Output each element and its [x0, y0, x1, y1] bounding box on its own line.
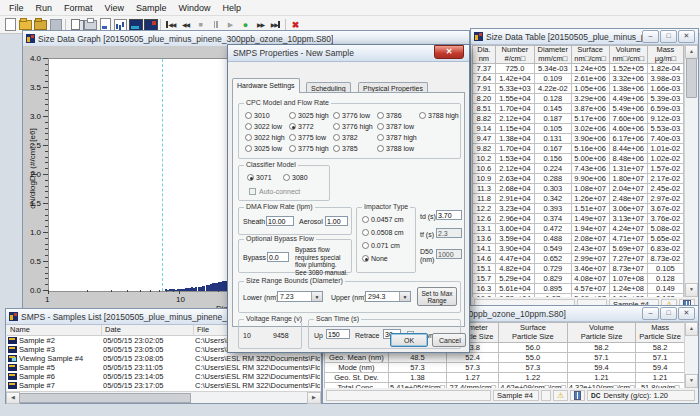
- sample-list-item[interactable]: Sample #605/05/15 23:14:05C:\Users\ESL R…: [7, 372, 320, 381]
- scroll-down-icon[interactable]: ▼: [685, 283, 698, 297]
- stats-row[interactable]: Geo. Mean (nm)48.552.455.057.157.1: [325, 353, 685, 363]
- cpc-option-3785[interactable]: 3785: [333, 145, 358, 152]
- minimize-icon[interactable]: –: [642, 30, 659, 43]
- ok-button[interactable]: OK: [390, 333, 428, 347]
- restore-icon[interactable]: □: [660, 30, 677, 43]
- menu-file[interactable]: File: [3, 2, 30, 14]
- scrollbar-thumb[interactable]: [19, 393, 191, 403]
- cpc-option-3776-low[interactable]: 3776 low: [333, 112, 370, 119]
- cpc-option-3010[interactable]: 3010: [245, 112, 270, 119]
- table-row[interactable]: 12.62.96e+040.3741.49e+073.13e+073.76e-0…: [473, 214, 684, 224]
- scroll-right-icon[interactable]: ▶: [307, 392, 321, 404]
- table-row[interactable]: 7.37725.05.34e-031.24e+051.52e+051.82e-0…: [473, 64, 684, 74]
- tab-hardware-settings[interactable]: Hardware Settings: [232, 78, 300, 93]
- cpc-option-3775-low[interactable]: 3775 low: [289, 134, 326, 141]
- table-row[interactable]: 15.75.29e+040.8294.08e+071.07e+080.128: [473, 274, 684, 284]
- tf-field[interactable]: [436, 228, 462, 238]
- table-row[interactable]: 10.92.63e+040.2889.90e+061.80e+072.17e-0…: [473, 174, 684, 184]
- size-data-table[interactable]: Dia.nmNumber#/cm□Diametermm/cm□Surfacenm…: [472, 45, 684, 297]
- table-row[interactable]: 9.141.15e+040.1053.02e+064.60e+065.53e-0…: [473, 124, 684, 134]
- menu-view[interactable]: View: [99, 2, 130, 14]
- scrollbar-thumb[interactable]: [686, 58, 697, 98]
- table-row[interactable]: 14.13.90e+040.5492.43e+075.69e+076.83e-0…: [473, 244, 684, 254]
- menu-format[interactable]: Format: [58, 2, 99, 14]
- aerosol-flow-field[interactable]: [325, 216, 348, 226]
- td-field[interactable]: [436, 210, 462, 220]
- stats-row[interactable]: Mode (nm)57.357.357.359.459.4: [325, 363, 685, 373]
- table-row[interactable]: 13.13.60e+040.4721.94e+074.24e+075.08e-0…: [473, 224, 684, 234]
- impactor-option-0-0457-cm[interactable]: 0.0457 cm: [362, 216, 404, 223]
- table-row[interactable]: 10.21.53e+040.1565.00e+068.48e+061.02e-0…: [473, 154, 684, 164]
- dialog-titlebar[interactable]: SMPS Properties - New Sample ✕: [228, 45, 469, 62]
- cpc-option-3788-high[interactable]: 3788 high: [419, 112, 459, 119]
- cpc-option-3782[interactable]: 3782: [333, 134, 358, 141]
- table-row[interactable]: 9.471.38e+040.1313.90e+066.17e+067.40e-0…: [473, 134, 684, 144]
- cpc-option-3787-high[interactable]: 3787 high: [377, 134, 417, 141]
- scroll-up-icon[interactable]: ▲: [685, 322, 698, 336]
- table-row[interactable]: 15.14.82e+040.7293.46e+078.73e+070.105: [473, 264, 684, 274]
- stats-vertical-scrollbar[interactable]: ▲ ▼: [684, 322, 698, 388]
- column-header[interactable]: Dia.nm: [473, 46, 496, 64]
- column-header[interactable]: VolumeParticle Size: [567, 323, 636, 343]
- set-max-range-button[interactable]: Set to Max Range: [417, 287, 457, 306]
- close-icon[interactable]: ✕: [678, 307, 695, 320]
- table-row[interactable]: 16.86.38e+041.075.69e+071.60e+080.192: [473, 294, 684, 298]
- menu-sample[interactable]: Sample: [130, 2, 173, 14]
- cpc-option-3775-high[interactable]: 3775 high: [289, 145, 329, 152]
- cpc-option-3787-low[interactable]: 3787 low: [377, 123, 414, 130]
- new-document-icon[interactable]: [3, 18, 18, 31]
- cpc-option-3772[interactable]: 3772: [289, 123, 314, 130]
- column-header[interactable]: MassParticle Size: [636, 323, 685, 343]
- cpc-option-3776-high[interactable]: 3776 high: [333, 123, 373, 130]
- minimize-icon[interactable]: –: [642, 307, 659, 320]
- impactor-option-0-071-cm[interactable]: 0.071 cm: [362, 242, 400, 249]
- menu-run[interactable]: Run: [30, 2, 59, 14]
- sample-list-item[interactable]: Sample #705/05/15 23:17:05C:\Users\ESL R…: [7, 381, 320, 390]
- scroll-left-icon[interactable]: ◀: [6, 392, 20, 404]
- restore-icon[interactable]: □: [660, 307, 677, 320]
- stats-row[interactable]: Total Conc.5.41e+05(#/cm□27.4(mm/cm□4.62…: [325, 383, 685, 389]
- table-row[interactable]: 8.201.55e+040.1283.29e+064.49e+065.39e-0…: [473, 94, 684, 104]
- classifier-option-3080[interactable]: 3080: [283, 174, 308, 181]
- column-header-name[interactable]: Name: [7, 325, 102, 335]
- column-header-date[interactable]: Date: [102, 325, 194, 335]
- table-row[interactable]: 7.915.33e+034.22e-021.05e+061.38e+061.66…: [473, 84, 684, 94]
- column-header[interactable]: Surfacenm□/cm□: [571, 46, 609, 64]
- scroll-down-icon[interactable]: ▼: [685, 374, 698, 388]
- sample-list-item[interactable]: Sample #505/05/15 23:11:05C:\Users\ESL R…: [7, 363, 320, 372]
- table-row[interactable]: 7.641.42e+040.1092.61e+063.32e+063.98e-0…: [473, 74, 684, 84]
- d50-field[interactable]: [436, 249, 462, 259]
- classifier-option-3071[interactable]: 3071: [247, 174, 272, 181]
- table-row[interactable]: 10.62.12e+040.2247.43e+061.31e+071.57e-0…: [473, 164, 684, 174]
- lower-bound-combobox[interactable]: 7.23 ▼: [277, 291, 323, 302]
- table-row[interactable]: 11.32.68e+040.3031.08e+072.04e+072.45e-0…: [473, 184, 684, 194]
- chevron-down-icon[interactable]: ▼: [311, 292, 322, 301]
- close-icon[interactable]: ✕: [434, 45, 464, 59]
- auto-connect-checkbox[interactable]: [249, 188, 256, 195]
- cpc-option-3022-low[interactable]: 3022 low: [245, 123, 282, 130]
- cpc-option-3025-low[interactable]: 3025 low: [245, 145, 282, 152]
- cancel-button[interactable]: Cancel: [432, 333, 466, 347]
- cpc-option-3025-high[interactable]: 3025 high: [289, 112, 329, 119]
- table-row[interactable]: 16.35.61e+040.8954.57e+071.24e+080.149: [473, 284, 684, 294]
- scroll-up-icon[interactable]: ▲: [685, 45, 698, 59]
- menu-help[interactable]: Help: [216, 2, 247, 14]
- table-row[interactable]: 9.821.70e+040.1675.16e+068.44e+061.01e-0…: [473, 144, 684, 154]
- impactor-option-0-0508-cm[interactable]: 0.0508 cm: [362, 229, 404, 236]
- scan-up-field[interactable]: [326, 329, 350, 339]
- upper-bound-combobox[interactable]: 294.3 ▼: [365, 291, 411, 302]
- table-row[interactable]: 12.23.23e+040.3931.51e+073.06e+073.67e-0…: [473, 204, 684, 214]
- close-icon[interactable]: ✕: [678, 30, 695, 43]
- table-window-titlebar[interactable]: Size Data Table [20150505_plue_minus_pin…: [471, 29, 698, 45]
- menu-window[interactable]: Window: [172, 2, 216, 14]
- cpc-option-3786[interactable]: 3786: [377, 112, 402, 119]
- table-row[interactable]: 13.63.59e+040.4882.08e+074.71e+075.65e-0…: [473, 234, 684, 244]
- cpc-option-3022-high[interactable]: 3022 high: [245, 134, 285, 141]
- samples-horizontal-scrollbar[interactable]: ◀ ▶: [6, 391, 321, 403]
- column-header[interactable]: SurfaceParticle Size: [499, 323, 568, 343]
- table-row[interactable]: 11.82.91e+040.3421.26e+072.48e+072.97e-0…: [473, 194, 684, 204]
- column-header[interactable]: Diametermm/cm□: [535, 46, 572, 64]
- table-vertical-scrollbar[interactable]: ▲ ▼: [684, 45, 698, 297]
- table-row[interactable]: 8.822.12e+040.1875.17e+067.60e+069.12e-0…: [473, 114, 684, 124]
- column-header[interactable]: Massµg/m□: [647, 46, 683, 64]
